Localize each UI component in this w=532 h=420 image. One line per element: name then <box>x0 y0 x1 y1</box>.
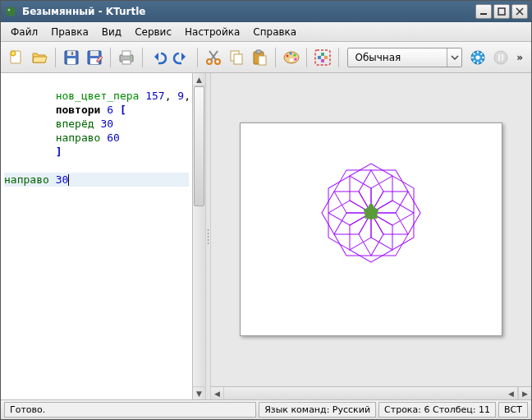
svg-rect-24 <box>234 54 242 64</box>
app-icon <box>4 5 17 18</box>
svg-point-41 <box>494 51 507 64</box>
turtle-canvas <box>240 122 502 336</box>
redo-button[interactable] <box>171 47 192 68</box>
svg-rect-16 <box>122 51 131 56</box>
svg-point-61 <box>374 215 378 219</box>
toolbar-separator <box>306 48 307 67</box>
toolbar-separator <box>110 48 111 67</box>
paste-button[interactable] <box>249 47 270 68</box>
titlebar: Безымянный - KTurtle <box>1 1 531 22</box>
statusbar: Готово. Язык команд: Русский Строка: 6 С… <box>1 399 531 419</box>
svg-point-1 <box>8 9 11 12</box>
svg-rect-37 <box>324 56 328 59</box>
chevron-down-icon[interactable] <box>447 48 461 67</box>
svg-point-57 <box>369 204 374 209</box>
svg-point-31 <box>293 53 296 56</box>
code-editor[interactable]: нов_цвет_пера 157, 9, 255 повтори 6 [ вп… <box>1 73 192 399</box>
status-lang: Язык команд: Русский <box>259 402 376 418</box>
close-button[interactable] <box>511 4 528 19</box>
svg-rect-27 <box>259 56 266 65</box>
menu-help[interactable]: Справка <box>246 24 303 40</box>
status-pos: Строка: 6 Столбец: 11 <box>378 402 496 418</box>
svg-point-0 <box>6 7 16 16</box>
minimize-button[interactable] <box>475 4 492 19</box>
toolbar-separator <box>338 48 339 67</box>
copy-button[interactable] <box>226 47 247 68</box>
svg-rect-36 <box>318 56 321 59</box>
menu-edit[interactable]: Правка <box>44 24 95 40</box>
overflow-icon[interactable]: » <box>513 52 526 63</box>
svg-rect-34 <box>315 50 330 65</box>
run-button[interactable] <box>312 47 333 68</box>
scroll-right-icon[interactable]: ▶ <box>518 387 531 399</box>
turtle-drawing <box>289 155 453 303</box>
svg-point-33 <box>289 58 293 62</box>
svg-rect-42 <box>498 54 500 61</box>
editor-pane: нов_цвет_пера 157, 9, 255 повтори 6 [ вп… <box>1 73 206 399</box>
open-button[interactable] <box>29 47 50 68</box>
status-ready: Готово. <box>4 402 256 418</box>
scroll-right-icon[interactable]: ◀ <box>505 387 518 399</box>
toolbar: Обычная » <box>1 42 531 73</box>
speed-select[interactable]: Обычная <box>347 48 462 67</box>
menubar: Файл Правка Вид Сервис Настройка Справка <box>1 22 531 42</box>
svg-rect-35 <box>321 53 324 56</box>
svg-rect-10 <box>67 58 76 64</box>
svg-rect-43 <box>502 54 503 61</box>
svg-point-18 <box>130 57 131 58</box>
svg-rect-17 <box>122 60 131 64</box>
scroll-left-icon[interactable]: ◀ <box>211 387 224 399</box>
toolbar-separator <box>142 48 143 67</box>
svg-point-40 <box>476 55 480 59</box>
toolbar-separator <box>55 48 56 67</box>
svg-rect-11 <box>71 52 73 55</box>
svg-point-32 <box>294 58 296 60</box>
toolbar-separator <box>197 48 198 67</box>
svg-point-60 <box>365 215 368 219</box>
editor-scrollbar[interactable]: ▲ ▼ <box>192 73 205 399</box>
speed-label: Обычная <box>348 52 447 63</box>
save-button[interactable] <box>61 47 82 68</box>
window-title: Безымянный - KTurtle <box>22 6 474 17</box>
turtle-icon <box>364 204 378 219</box>
svg-point-59 <box>375 209 378 212</box>
app-window: Безымянный - KTurtle Файл Правка Вид Сер… <box>0 0 532 420</box>
canvas-pane: ◀ ◀ ▶ <box>211 73 531 399</box>
status-ins: ВСТ <box>498 402 528 418</box>
maximize-button[interactable] <box>493 4 510 19</box>
color-picker-button[interactable] <box>281 47 302 68</box>
menu-view[interactable]: Вид <box>95 24 128 40</box>
svg-rect-13 <box>90 51 99 56</box>
svg-point-30 <box>289 52 291 54</box>
cut-button[interactable] <box>203 47 224 68</box>
menu-file[interactable]: Файл <box>4 24 44 40</box>
scroll-down-icon[interactable]: ▼ <box>193 386 205 399</box>
menu-settings[interactable]: Настройка <box>178 24 246 40</box>
pause-button[interactable] <box>490 47 511 68</box>
svg-rect-3 <box>498 8 505 15</box>
undo-button[interactable] <box>148 47 169 68</box>
save-as-button[interactable] <box>84 47 105 68</box>
svg-point-29 <box>286 54 288 57</box>
svg-rect-38 <box>321 59 324 62</box>
svg-point-58 <box>364 209 367 212</box>
menu-tools[interactable]: Сервис <box>128 24 178 40</box>
new-button[interactable] <box>6 47 27 68</box>
svg-rect-26 <box>256 50 261 53</box>
toolbar-separator <box>275 48 276 67</box>
canvas-hscrollbar[interactable]: ◀ ◀ ▶ <box>211 386 531 399</box>
main-area: нов_цвет_пера 157, 9, 255 повтори 6 [ вп… <box>1 73 531 399</box>
scroll-up-icon[interactable]: ▲ <box>193 73 205 86</box>
execute-button[interactable] <box>467 47 488 68</box>
scroll-thumb[interactable] <box>194 86 204 206</box>
print-button[interactable] <box>116 47 137 68</box>
